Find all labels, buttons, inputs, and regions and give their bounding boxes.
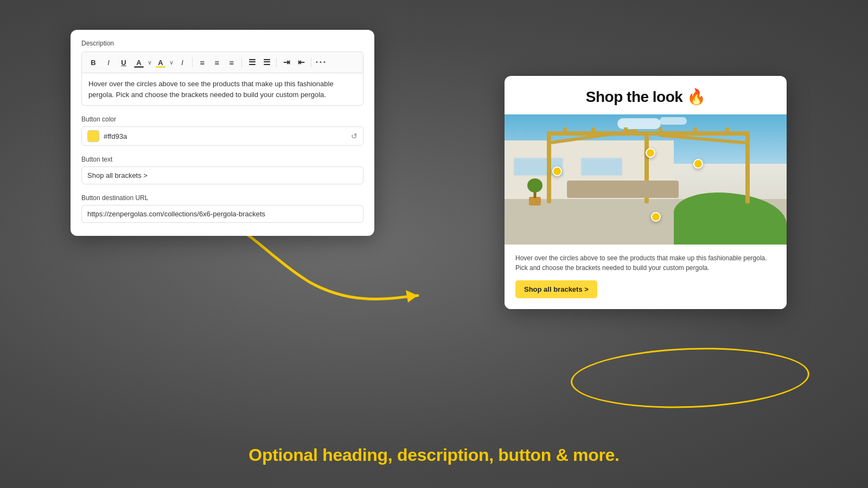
button-color-group: Button color #ffd93a ↺ bbox=[81, 115, 363, 146]
chevron-highlight: ∨ bbox=[169, 59, 174, 66]
slat-1 bbox=[563, 127, 567, 134]
cloud-2 bbox=[660, 117, 687, 125]
preview-heading: Shop the look 🔥 bbox=[505, 76, 787, 114]
hotspot-3[interactable] bbox=[693, 159, 703, 169]
list-group: ☰ ☰ bbox=[245, 55, 273, 69]
svg-marker-0 bbox=[406, 290, 418, 303]
rte-toolbar: B I U A ∨ A ∨ I ≡ ≡ ≡ ☰ ☰ ⇥ ⇤ bbox=[81, 52, 363, 73]
font-color-bar bbox=[134, 66, 144, 68]
button-url-label: Button destination URL bbox=[81, 194, 363, 202]
list-ul-button[interactable]: ☰ bbox=[245, 55, 259, 69]
indent-in-button[interactable]: ⇥ bbox=[279, 55, 293, 69]
button-text-label: Button text bbox=[81, 156, 363, 163]
button-color-label: Button color bbox=[81, 115, 363, 123]
color-swatch bbox=[87, 130, 99, 142]
editor-card: Description B I U A ∨ A ∨ I ≡ ≡ ≡ ☰ ☰ bbox=[71, 30, 374, 236]
highlight-button[interactable]: A bbox=[154, 55, 168, 69]
furniture bbox=[567, 181, 679, 198]
underline-button[interactable]: U bbox=[117, 55, 131, 69]
more-button[interactable]: ··· bbox=[314, 55, 328, 69]
button-text-input[interactable] bbox=[81, 166, 363, 184]
shop-button[interactable]: Shop all brackets > bbox=[515, 280, 597, 298]
clear-format-button[interactable]: I bbox=[175, 55, 189, 69]
slat-4 bbox=[659, 127, 662, 134]
indent-out-button[interactable]: ⇤ bbox=[294, 55, 308, 69]
tree-area bbox=[527, 178, 542, 206]
preview-content: Hover over the circles above to see the … bbox=[505, 245, 787, 309]
description-content[interactable]: Hover over the circles above to see the … bbox=[81, 73, 363, 106]
separator-3 bbox=[276, 57, 277, 67]
slat-6 bbox=[725, 127, 729, 134]
align-left-button[interactable]: ≡ bbox=[195, 55, 209, 69]
pergola bbox=[547, 127, 750, 206]
button-url-group: Button destination URL bbox=[81, 194, 363, 223]
preview-card: Shop the look 🔥 bbox=[505, 76, 787, 309]
color-reset-icon[interactable]: ↺ bbox=[351, 132, 358, 140]
font-color-button[interactable]: A bbox=[132, 55, 146, 69]
button-url-input[interactable] bbox=[81, 205, 363, 223]
highlight-bar bbox=[156, 66, 165, 68]
color-hex-value: #ffd93a bbox=[104, 132, 358, 140]
chevron-font-color: ∨ bbox=[148, 59, 152, 66]
separator-1 bbox=[192, 57, 193, 67]
bold-button[interactable]: B bbox=[86, 55, 100, 69]
pergola-bg bbox=[505, 114, 787, 245]
preview-description: Hover over the circles above to see the … bbox=[515, 253, 776, 273]
highlight-circle bbox=[570, 344, 810, 412]
preview-image-wrap bbox=[505, 114, 787, 245]
indent-group: ⇥ ⇤ bbox=[279, 55, 308, 69]
separator-2 bbox=[241, 57, 242, 67]
align-right-button[interactable]: ≡ bbox=[225, 55, 239, 69]
align-group: ≡ ≡ ≡ bbox=[195, 55, 239, 69]
crown bbox=[527, 178, 542, 192]
bottom-tagline: Optional heading, description, button & … bbox=[0, 445, 868, 465]
italic-button[interactable]: I bbox=[101, 55, 116, 69]
list-ol-button[interactable]: ☰ bbox=[259, 55, 273, 69]
description-label: Description bbox=[81, 40, 363, 47]
button-text-group: Button text bbox=[81, 156, 363, 184]
align-center-button[interactable]: ≡ bbox=[210, 55, 224, 69]
slat-5 bbox=[693, 127, 697, 134]
pot bbox=[529, 197, 541, 206]
slat-2 bbox=[591, 127, 595, 134]
separator-4 bbox=[311, 57, 311, 67]
color-field-wrap[interactable]: #ffd93a ↺ bbox=[81, 126, 363, 146]
